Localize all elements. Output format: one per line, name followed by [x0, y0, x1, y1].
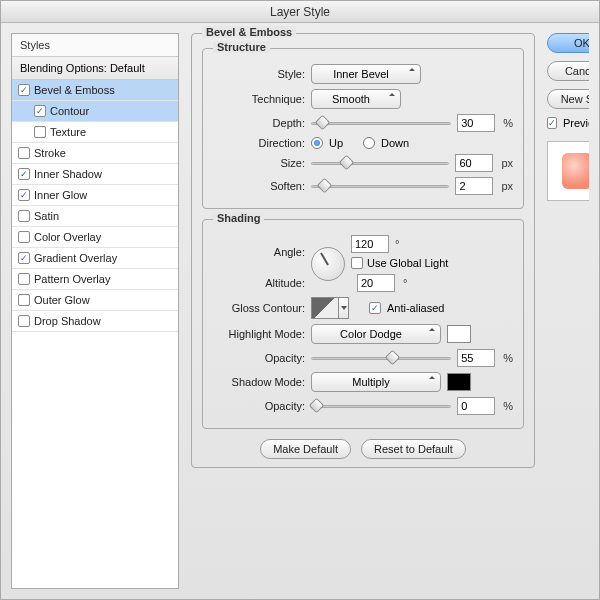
new-style-button[interactable]: New Style... — [547, 89, 589, 109]
style-label: Outer Glow — [34, 294, 90, 306]
angle-unit: ° — [395, 238, 399, 250]
global-light-label[interactable]: Use Global Light — [367, 257, 448, 269]
style-label: Style: — [213, 68, 305, 80]
style-label: Bevel & Emboss — [34, 84, 115, 96]
style-label: Inner Glow — [34, 189, 87, 201]
style-label: Stroke — [34, 147, 66, 159]
style-label: Pattern Overlay — [34, 273, 110, 285]
style-checkbox[interactable] — [34, 105, 46, 117]
dialog-right-column: OK Cancel New Style... Preview — [547, 33, 589, 589]
preview-checkbox[interactable] — [547, 117, 557, 129]
style-row-gradient-overlay[interactable]: Gradient Overlay — [12, 248, 178, 269]
ok-button[interactable]: OK — [547, 33, 589, 53]
style-checkbox[interactable] — [34, 126, 46, 138]
style-label: Color Overlay — [34, 231, 101, 243]
shading-legend: Shading — [213, 212, 264, 224]
style-select[interactable]: Inner Bevel — [311, 64, 421, 84]
style-checkbox[interactable] — [18, 168, 30, 180]
anti-aliased-checkbox[interactable] — [369, 302, 381, 314]
shadow-opacity-slider[interactable] — [311, 399, 451, 413]
bevel-emboss-group: Bevel & Emboss Structure Style: Inner Be… — [191, 33, 535, 468]
style-checkbox[interactable] — [18, 147, 30, 159]
size-input[interactable] — [455, 154, 493, 172]
global-light-checkbox[interactable] — [351, 257, 363, 269]
preview-label[interactable]: Preview — [563, 117, 589, 129]
style-row-texture[interactable]: Texture — [12, 122, 178, 143]
shadow-opacity-input[interactable] — [457, 397, 495, 415]
direction-up-label[interactable]: Up — [329, 137, 343, 149]
shadow-color-swatch[interactable] — [447, 373, 471, 391]
highlight-opacity-input[interactable] — [457, 349, 495, 367]
style-checkbox[interactable] — [18, 210, 30, 222]
style-row-inner-shadow[interactable]: Inner Shadow — [12, 164, 178, 185]
style-row-satin[interactable]: Satin — [12, 206, 178, 227]
structure-group: Structure Style: Inner Bevel Technique: … — [202, 48, 524, 209]
cancel-button[interactable]: Cancel — [547, 61, 589, 81]
style-label: Gradient Overlay — [34, 252, 117, 264]
direction-label: Direction: — [213, 137, 305, 149]
angle-input[interactable] — [351, 235, 389, 253]
highlight-opacity-slider[interactable] — [311, 351, 451, 365]
angle-label: Angle: — [213, 246, 305, 258]
altitude-label: Altitude: — [213, 277, 305, 289]
chevron-down-icon — [339, 297, 349, 319]
styles-list: Bevel & EmbossContourTextureStrokeInner … — [12, 80, 178, 588]
soften-label: Soften: — [213, 180, 305, 192]
style-checkbox[interactable] — [18, 84, 30, 96]
style-row-outer-glow[interactable]: Outer Glow — [12, 290, 178, 311]
highlight-color-swatch[interactable] — [447, 325, 471, 343]
direction-up-radio[interactable] — [311, 137, 323, 149]
style-label: Satin — [34, 210, 59, 222]
style-label: Inner Shadow — [34, 168, 102, 180]
direction-down-label[interactable]: Down — [381, 137, 409, 149]
style-checkbox[interactable] — [18, 315, 30, 327]
altitude-input[interactable] — [357, 274, 395, 292]
style-checkbox[interactable] — [18, 294, 30, 306]
styles-header[interactable]: Styles — [12, 34, 178, 57]
layer-style-window: Layer Style Styles Blending Options: Def… — [0, 0, 600, 600]
style-checkbox[interactable] — [18, 189, 30, 201]
soften-input[interactable] — [455, 177, 493, 195]
direction-down-radio[interactable] — [363, 137, 375, 149]
shadow-opacity-label: Opacity: — [213, 400, 305, 412]
style-row-inner-glow[interactable]: Inner Glow — [12, 185, 178, 206]
gloss-contour-picker[interactable] — [311, 297, 349, 319]
highlight-opacity-label: Opacity: — [213, 352, 305, 364]
shadow-opacity-unit: % — [503, 400, 513, 412]
style-checkbox[interactable] — [18, 252, 30, 264]
style-label: Contour — [50, 105, 89, 117]
soften-slider[interactable] — [311, 179, 449, 193]
reset-default-button[interactable]: Reset to Default — [361, 439, 466, 459]
anti-aliased-label[interactable]: Anti-aliased — [387, 302, 444, 314]
style-row-color-overlay[interactable]: Color Overlay — [12, 227, 178, 248]
size-slider[interactable] — [311, 156, 449, 170]
style-checkbox[interactable] — [18, 273, 30, 285]
make-default-button[interactable]: Make Default — [260, 439, 351, 459]
shading-group: Shading Angle: ° Use Global Light — [202, 219, 524, 429]
highlight-opacity-unit: % — [503, 352, 513, 364]
style-checkbox[interactable] — [18, 231, 30, 243]
preview-swatch — [547, 141, 589, 201]
panel-title: Bevel & Emboss — [202, 26, 296, 38]
style-row-pattern-overlay[interactable]: Pattern Overlay — [12, 269, 178, 290]
angle-dial[interactable] — [311, 247, 345, 281]
highlight-mode-label: Highlight Mode: — [213, 328, 305, 340]
style-row-drop-shadow[interactable]: Drop Shadow — [12, 311, 178, 332]
technique-select[interactable]: Smooth — [311, 89, 401, 109]
style-row-bevel-emboss[interactable]: Bevel & Emboss — [12, 80, 178, 101]
size-unit: px — [501, 157, 513, 169]
shadow-mode-select[interactable]: Multiply — [311, 372, 441, 392]
window-title: Layer Style — [1, 1, 599, 23]
shadow-mode-label: Shadow Mode: — [213, 376, 305, 388]
depth-unit: % — [503, 117, 513, 129]
depth-slider[interactable] — [311, 116, 451, 130]
structure-legend: Structure — [213, 41, 270, 53]
depth-input[interactable] — [457, 114, 495, 132]
style-row-contour[interactable]: Contour — [12, 101, 178, 122]
style-row-stroke[interactable]: Stroke — [12, 143, 178, 164]
highlight-mode-select[interactable]: Color Dodge — [311, 324, 441, 344]
contour-swatch-icon — [311, 297, 339, 319]
size-label: Size: — [213, 157, 305, 169]
style-label: Drop Shadow — [34, 315, 101, 327]
blending-options-row[interactable]: Blending Options: Default — [12, 57, 178, 80]
